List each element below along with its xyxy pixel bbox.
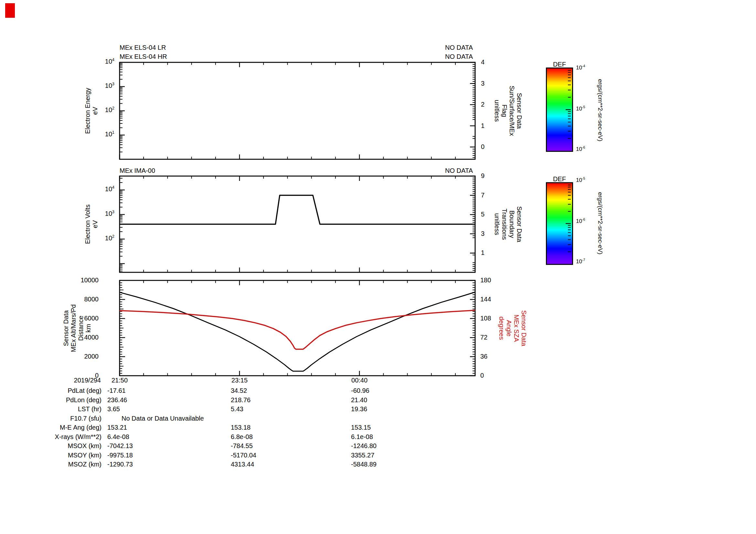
- table-cell-col1: -9975.18: [107, 452, 133, 459]
- table-cell-col2: 218.76: [231, 396, 251, 404]
- panel1-right-tick-label: 2: [481, 101, 484, 108]
- panel1-right-tick-label: 0: [481, 143, 484, 151]
- panel3-right-tick-label: 72: [480, 334, 487, 341]
- table-row-label: LST (hr): [19, 405, 101, 413]
- table-cell-col3: 3355.27: [351, 452, 374, 459]
- table-cell-col2: 6.8e-08: [231, 433, 253, 441]
- colorbar1-tick-label: 10-6: [576, 146, 585, 152]
- table-cell-col2: 153.18: [231, 424, 251, 431]
- panel2-right-axis-title: Sensor Data Boundary Transitions unitles…: [493, 206, 523, 242]
- table-cell-col2: 5.43: [231, 405, 243, 413]
- panel3-right-tick-label: 144: [480, 295, 491, 303]
- table-row-label: PdLon (deg): [19, 396, 101, 404]
- panel1-left-tick-label: 101: [63, 131, 114, 138]
- panel1-left-tick-label: 102: [63, 106, 114, 114]
- panel3-left-axis-title: Sensor Data MEx Alt/Mars/Pd Distance km: [62, 304, 92, 352]
- table-cell-col1: 3.65: [107, 405, 120, 413]
- panel1-right-tick-label: 1: [481, 122, 484, 130]
- table-cell-col1: -17.61: [107, 387, 126, 394]
- panel3-left-tick-label: 8000: [47, 295, 98, 303]
- panel2-left-tick-label: 103: [63, 210, 114, 217]
- panel1-title-line1: MEx ELS-04 LR: [120, 44, 166, 51]
- panel2-right-tick-label: 5: [481, 211, 484, 218]
- colorbar1-gradient: [546, 67, 573, 152]
- colorbar1-unit-label: ergs/(cm**2-sr-sec-eV): [597, 79, 604, 141]
- table-cell-col1: -7042.13: [107, 442, 133, 450]
- table-row-label: M-E Ang (deg): [19, 424, 101, 431]
- table-row-label: MSOY (km): [19, 452, 101, 459]
- panel3-left-tick-label: 6000: [47, 315, 98, 322]
- table-row-label: F10.7 (sfu): [19, 415, 101, 422]
- table-row-label: MSOZ (km): [19, 461, 101, 468]
- panel1-right-tick-label: 3: [481, 80, 484, 87]
- red-marker-square: [5, 3, 15, 18]
- table-cell-col2: 4313.44: [231, 461, 254, 468]
- table-cell-col1: 6.4e-08: [107, 433, 129, 441]
- panel1-right-tick-label: 4: [481, 59, 484, 66]
- table-cell-col3: 6.1e-08: [351, 433, 373, 441]
- colorbar1-tick-label: 10-5: [576, 106, 585, 112]
- panel2-title: MEx IMA-00: [120, 167, 155, 174]
- colorbar2-gradient: [546, 182, 573, 265]
- panel3-right-tick-label: 108: [480, 315, 491, 322]
- panel3-right-tick-label: 180: [480, 276, 491, 284]
- colorbar2-tick-label: 10-5: [576, 177, 585, 184]
- panel2-right-tick-label: 3: [481, 230, 484, 238]
- colorbar1-title: DEF: [546, 61, 573, 68]
- panel3-left-tick-label: 4000: [47, 334, 98, 341]
- table-row-label: X-rays (W/m**2): [19, 433, 101, 441]
- table-cell-col3: -60.96: [351, 387, 369, 394]
- panel1-nodata-line1: NO DATA: [445, 44, 473, 51]
- panel3-right-tick-label: 0: [480, 372, 484, 379]
- panel2-left-tick-label: 104: [63, 186, 114, 193]
- panel3-right-tick-label: 36: [480, 353, 487, 360]
- panel2-nodata: NO DATA: [445, 167, 473, 174]
- panel1-right-axis-title: Sensor Data Sun/Surface/MEx Flag unitles…: [493, 86, 523, 136]
- table-row-label: PdLat (deg): [19, 387, 101, 394]
- colorbar2-tick-label: 10-7: [576, 258, 585, 265]
- table-cell-col3: 153.15: [351, 424, 371, 431]
- panel3-left-tick-label: 2000: [47, 353, 98, 360]
- table-cell-col3: -5848.89: [351, 461, 377, 468]
- table-row-label: MSOX (km): [19, 442, 101, 450]
- x-axis-time-label: 00:40: [340, 377, 379, 384]
- panel3-right-axis-title: Sensor Data MEx SZA Angle degrees: [498, 310, 527, 346]
- table-cell-col1: 153.21: [107, 424, 127, 431]
- table-cell-col2: 34.52: [231, 387, 247, 394]
- table-cell-col3: 21.40: [351, 396, 367, 404]
- panel1-left-tick-label: 104: [63, 58, 114, 65]
- panel3-left-tick-label: 0: [47, 372, 98, 379]
- plot-page: MEx ELS-04 LR MEx ELS-04 HR NO DATA NO D…: [0, 0, 756, 534]
- panel1-nodata-line2: NO DATA: [445, 53, 473, 61]
- table-cell-col2: -784.55: [231, 442, 253, 450]
- table-cell-col1: 236.46: [107, 396, 127, 404]
- panel1-title-line2: MEx ELS-04 HR: [120, 53, 167, 61]
- panel3-left-tick-label: 10000: [47, 276, 98, 284]
- panel1-left-tick-label: 103: [63, 82, 114, 89]
- panel2-right-tick-label: 9: [481, 172, 484, 180]
- panel2-left-tick-label: 102: [63, 235, 114, 242]
- panel2-right-tick-label: 1: [481, 249, 484, 257]
- table-cell-col3: -1246.80: [351, 442, 377, 450]
- colorbar2-tick-label: 10-6: [576, 218, 585, 224]
- table-cell-col2: -5170.04: [231, 452, 256, 459]
- x-axis-time-label: 23:15: [220, 377, 259, 384]
- colorbar2-title: DEF: [546, 175, 573, 183]
- panel2-right-tick-label: 7: [481, 191, 484, 199]
- table-row-span-value: No Data or Data Unavailable: [122, 415, 204, 422]
- table-cell-col1: -1290.73: [107, 461, 133, 468]
- table-cell-col3: 19.36: [351, 405, 367, 413]
- x-axis-time-label: 21:50: [100, 377, 139, 384]
- colorbar1-tick-label: 10-4: [576, 64, 585, 71]
- colorbar2-unit-label: ergs/(cm**2-sr-sec-eV): [597, 192, 604, 254]
